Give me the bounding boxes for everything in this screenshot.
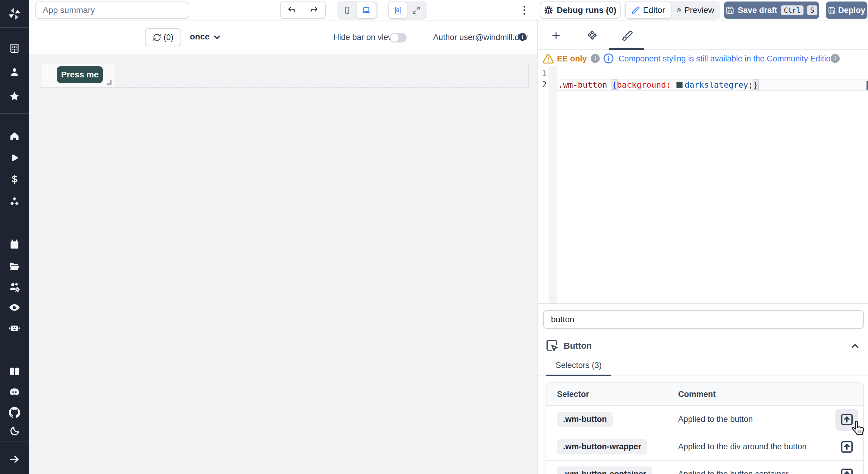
sidebar-item-groups[interactable] [7, 280, 22, 294]
insert-selector-button[interactable] [839, 412, 855, 427]
save-icon [828, 6, 836, 14]
fullscreen-button[interactable] [407, 2, 425, 19]
hide-bar-label: Hide bar on view [333, 33, 394, 42]
sidebar [0, 0, 29, 474]
square-mouse-pointer-icon [546, 339, 558, 352]
notice-more-info-icon[interactable]: i [831, 54, 840, 63]
desktop-view-button[interactable] [356, 2, 376, 19]
mobile-view-button[interactable] [338, 2, 356, 19]
color-swatch[interactable] [676, 81, 683, 88]
tab-preview-label: Preview [684, 5, 714, 15]
sidebar-collapse-button[interactable] [7, 452, 22, 467]
overview-ruler-mark [867, 81, 868, 90]
arrow-right-icon [9, 453, 20, 465]
tab-editor-label: Editor [643, 5, 665, 15]
redo-button[interactable] [303, 1, 326, 19]
sidebar-item-theme[interactable] [7, 424, 22, 438]
sidebar-item-user[interactable] [7, 65, 22, 79]
warning-triangle-icon [542, 53, 554, 64]
folder-open-icon [9, 261, 20, 272]
insert-selector-button[interactable] [839, 439, 855, 455]
square-arrow-up-icon [840, 467, 854, 474]
selector-comment: Applied to the button container [678, 470, 863, 474]
sidebar-divider [0, 441, 29, 441]
tab-editor[interactable]: Editor [626, 2, 671, 19]
semicolon-token: ; [748, 80, 753, 90]
app-canvas[interactable]: Press me [29, 54, 537, 474]
button-component-cell[interactable]: Press me [41, 64, 115, 87]
sidebar-item-favorites[interactable] [7, 89, 22, 104]
panel-divider[interactable] [538, 303, 868, 304]
chevron-up-icon [849, 340, 861, 352]
press-me-button[interactable]: Press me [57, 66, 103, 83]
sidebar-item-discord[interactable] [7, 385, 22, 399]
css-property-token: background: [617, 80, 671, 90]
sidebar-item-audit[interactable] [7, 300, 22, 315]
deploy-button[interactable]: Deploy [826, 1, 867, 19]
author-info-icon[interactable] [518, 32, 527, 41]
selectors-table: Selector Comment .wm-button Applied to t… [546, 382, 864, 474]
component-search-input[interactable] [543, 310, 864, 329]
component-grid-row[interactable]: Press me [40, 63, 529, 88]
maximize-icon [412, 6, 421, 14]
sidebar-item-github[interactable] [7, 405, 22, 420]
right-panel: EE only i Component styling is still ava… [537, 21, 868, 474]
sidebar-item-home[interactable] [7, 129, 22, 143]
eye-icon [8, 301, 21, 313]
collapse-section-button[interactable] [849, 340, 861, 352]
refresh-button[interactable]: (0) [145, 28, 181, 46]
css-code-line[interactable]: .wm-button {background: darkslategrey;} [558, 79, 758, 91]
tab-insert-component[interactable] [542, 27, 569, 44]
app-summary-input[interactable] [35, 1, 189, 19]
kbd-s: S [807, 5, 817, 15]
sidebar-item-resources[interactable] [7, 195, 22, 209]
redo-icon [310, 6, 318, 15]
undo-button[interactable] [280, 1, 303, 19]
ee-info-icon[interactable]: i [591, 54, 600, 63]
debug-runs-button[interactable]: Debug runs (0) [540, 1, 621, 19]
sidebar-item-folders[interactable] [7, 259, 22, 273]
discord-icon [8, 386, 21, 398]
tab-styling[interactable] [614, 27, 641, 44]
more-menu-button[interactable] [520, 3, 529, 18]
table-header-row: Selector Comment [546, 383, 863, 406]
tab-components[interactable] [579, 27, 606, 44]
dollar-icon [9, 174, 20, 185]
selectors-tab[interactable]: Selectors (3) [546, 361, 611, 374]
css-value-token: darkslategrey [684, 80, 748, 90]
kbd-ctrl: Ctrl [781, 5, 804, 15]
ee-only-badge: EE only [557, 54, 587, 64]
undo-icon [287, 6, 296, 15]
schedule-dropdown[interactable] [212, 33, 222, 42]
sidebar-item-variables[interactable] [7, 172, 22, 187]
plus-icon [551, 30, 561, 41]
editor-gutter [549, 66, 557, 303]
sidebar-item-runs[interactable] [7, 151, 22, 165]
sidebar-item-workspace[interactable] [7, 41, 22, 56]
hide-bar-toggle[interactable] [390, 33, 407, 42]
author-label: Author user@windmill.dev [433, 33, 528, 42]
laptop-icon [362, 6, 371, 15]
bug-icon [544, 6, 553, 15]
ee-warning-row: EE only i Component styling is still ava… [538, 52, 868, 66]
editor-preview-toggle: Editor Preview [624, 1, 720, 20]
css-editor[interactable]: 1 2 .wm-button {background: darkslategre… [538, 66, 868, 303]
square-arrow-up-icon [840, 412, 854, 427]
windmill-logo[interactable] [7, 7, 22, 21]
bot-icon [8, 322, 21, 334]
square-arrow-up-icon [840, 440, 854, 454]
sidebar-item-schedules[interactable] [7, 237, 22, 252]
deploy-label: Deploy [838, 6, 865, 15]
sidebar-item-workers[interactable] [7, 321, 22, 335]
building-icon [9, 43, 20, 54]
schedule-mode-label[interactable]: once [190, 32, 210, 41]
save-draft-button[interactable]: Save draft Ctrl S [724, 1, 819, 19]
resize-handle[interactable] [107, 80, 112, 84]
preview-icon [676, 6, 681, 14]
tab-preview[interactable]: Preview [672, 2, 719, 19]
community-edition-notice[interactable]: Component styling is still available in … [618, 54, 835, 64]
insert-selector-button[interactable] [839, 467, 855, 474]
center-content-button[interactable] [389, 2, 407, 19]
sidebar-item-docs[interactable] [7, 364, 22, 379]
panel-tabbar [538, 21, 868, 50]
